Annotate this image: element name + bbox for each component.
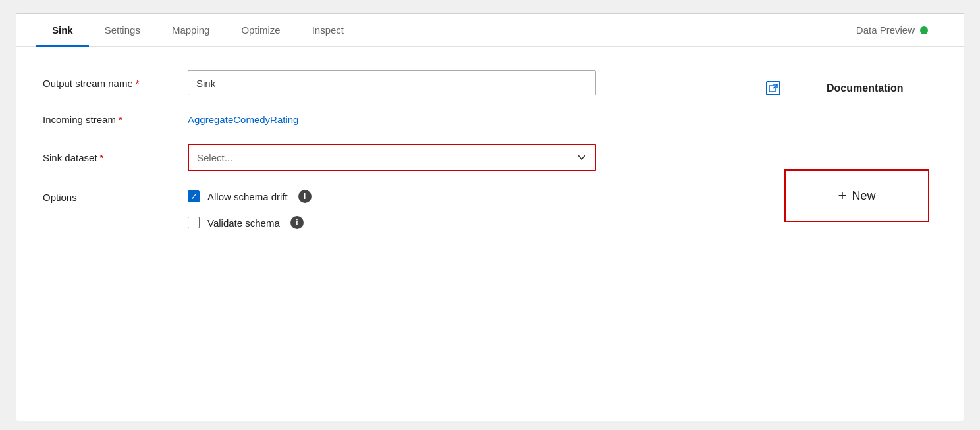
options-controls: ✓ Allow schema drift i Validate schema i xyxy=(188,190,726,229)
dropdown-arrow-icon xyxy=(568,145,595,170)
left-form: Output stream name * Incoming stream * A… xyxy=(43,70,726,229)
tab-bar: Sink Settings Mapping Optimize Inspect D… xyxy=(16,14,964,47)
sink-dataset-row: Sink dataset * Select... xyxy=(43,144,726,171)
sink-dataset-control: Select... xyxy=(188,144,726,171)
output-stream-required: * xyxy=(136,78,140,89)
validate-schema-row: Validate schema i xyxy=(188,216,726,229)
options-label: Options xyxy=(43,190,188,203)
top-section: Output stream name * Incoming stream * A… xyxy=(43,70,937,229)
tab-sink[interactable]: Sink xyxy=(36,14,89,47)
documentation-label[interactable]: Documentation xyxy=(827,82,903,94)
checkmark-icon: ✓ xyxy=(190,192,198,201)
tab-mapping[interactable]: Mapping xyxy=(156,14,226,47)
options-row: Options ✓ Allow schema drift i xyxy=(43,190,726,229)
sink-dataset-select-wrapper: Select... xyxy=(188,144,596,171)
tab-inspect[interactable]: Inspect xyxy=(296,14,360,47)
incoming-stream-row: Incoming stream * AggregateComedyRating xyxy=(43,114,726,125)
validate-schema-label: Validate schema xyxy=(207,217,280,228)
incoming-stream-link[interactable]: AggregateComedyRating xyxy=(188,114,298,125)
validate-schema-checkbox[interactable] xyxy=(188,217,200,228)
main-container: Sink Settings Mapping Optimize Inspect D… xyxy=(16,13,964,421)
data-preview-status-dot xyxy=(920,26,928,34)
incoming-stream-required: * xyxy=(119,114,122,125)
new-button[interactable]: + New xyxy=(784,169,929,222)
allow-schema-drift-label: Allow schema drift xyxy=(207,191,288,202)
documentation-external-link-icon[interactable] xyxy=(766,81,780,95)
output-stream-control xyxy=(188,70,726,95)
validate-schema-info-icon[interactable]: i xyxy=(290,216,304,229)
sink-dataset-required: * xyxy=(100,152,104,163)
sink-dataset-select[interactable]: Select... xyxy=(189,145,568,170)
allow-schema-drift-info-icon[interactable]: i xyxy=(298,190,312,203)
new-button-area: + New xyxy=(766,169,929,222)
tab-settings[interactable]: Settings xyxy=(89,14,156,47)
tab-data-preview-label: Data Preview xyxy=(856,24,915,36)
output-stream-label: Output stream name * xyxy=(43,78,188,89)
content-area: Output stream name * Incoming stream * A… xyxy=(16,47,964,255)
allow-schema-drift-checkbox[interactable]: ✓ xyxy=(188,190,200,202)
new-button-label: New xyxy=(852,189,875,203)
output-stream-input[interactable] xyxy=(188,70,596,95)
plus-icon: + xyxy=(838,187,847,204)
output-stream-row: Output stream name * xyxy=(43,70,726,95)
incoming-stream-control: AggregateComedyRating xyxy=(188,114,726,125)
tab-data-preview[interactable]: Data Preview xyxy=(840,14,944,47)
right-panel: Documentation + New xyxy=(726,70,937,229)
documentation-area: Documentation xyxy=(766,81,903,95)
sink-dataset-label: Sink dataset * xyxy=(43,152,188,163)
tab-optimize[interactable]: Optimize xyxy=(225,14,296,47)
allow-schema-drift-row: ✓ Allow schema drift i xyxy=(188,190,726,203)
incoming-stream-label: Incoming stream * xyxy=(43,114,188,125)
